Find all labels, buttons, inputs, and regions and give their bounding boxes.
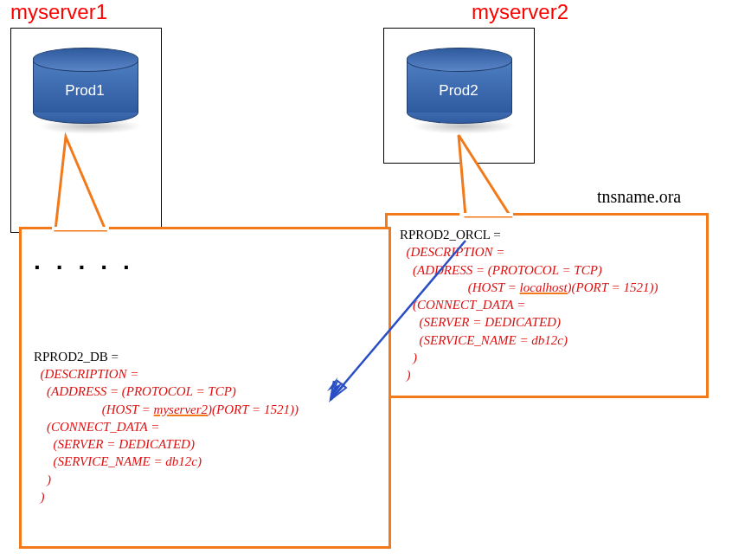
callout-right-tail-icon	[450, 132, 545, 218]
tns-right-host: localhost	[520, 280, 568, 294]
svg-marker-0	[459, 135, 510, 216]
tns-left-host: myserver2	[154, 402, 208, 416]
callout-left-tail-mask	[52, 227, 109, 230]
callout-left-tail-icon	[50, 133, 137, 234]
callout-right-tail-mask	[459, 213, 513, 216]
tns-left-server: (SERVER = DEDICATED)	[34, 437, 195, 451]
tns-left-addr1: (ADDRESS = (PROTOCOL = TCP)	[34, 384, 236, 398]
tns-left-close2: )	[34, 490, 45, 504]
ellipsis: .....	[34, 248, 145, 274]
tns-left-addr2b: )(PORT = 1521))	[208, 402, 299, 416]
server2-db-icon: Prod2	[407, 48, 510, 124]
server1-db-icon: Prod1	[33, 48, 137, 124]
server1-db-label: Prod1	[33, 82, 137, 100]
tns-left-name: RPROD2_DB =	[34, 350, 119, 364]
server2-title: myserver2	[472, 0, 568, 24]
server2-db-label: Prod2	[407, 82, 510, 100]
svg-line-2	[331, 241, 466, 400]
tns-left-addr2a: (HOST =	[34, 402, 154, 416]
server1-title: myserver1	[10, 0, 107, 24]
arrow-icon	[311, 234, 485, 415]
tns-right-addr2b: )(PORT = 1521))	[568, 280, 658, 294]
file-label: tnsname.ora	[597, 187, 681, 207]
tns-left-svc: (SERVICE_NAME = db12c)	[34, 454, 202, 468]
tns-left-close1: )	[34, 473, 51, 486]
tns-left-cdata: (CONNECT_DATA =	[34, 420, 159, 434]
svg-marker-1	[55, 137, 106, 230]
tns-left-desc: (DESCRIPTION =	[34, 367, 138, 381]
